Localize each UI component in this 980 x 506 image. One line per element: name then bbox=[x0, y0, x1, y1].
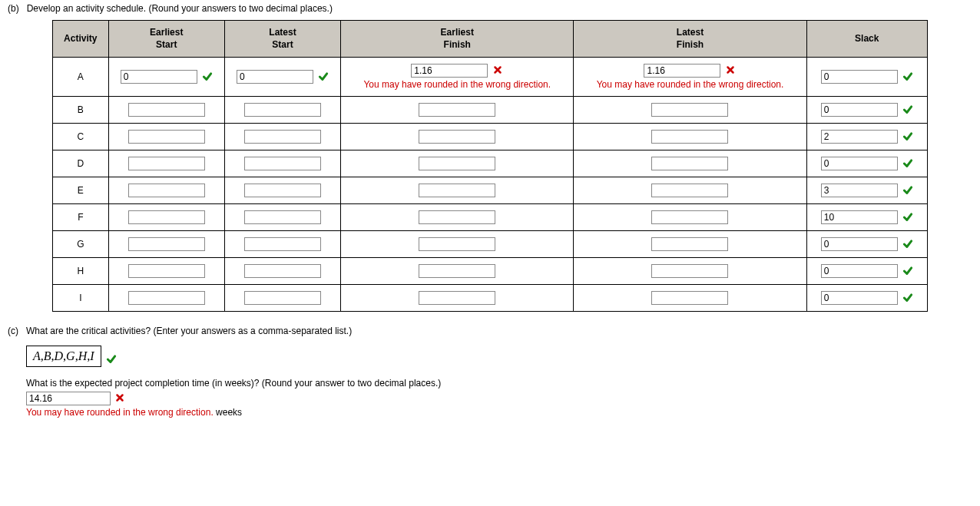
earliest-start-input[interactable] bbox=[128, 130, 205, 144]
latest-start-input[interactable] bbox=[244, 237, 321, 251]
part-c-label: (c) bbox=[8, 326, 18, 336]
slack-input[interactable] bbox=[821, 291, 898, 305]
table-row: G bbox=[53, 231, 928, 258]
check-icon bbox=[902, 104, 913, 115]
earliest-finish-input[interactable] bbox=[419, 103, 495, 117]
earliest-start-input[interactable] bbox=[128, 157, 205, 170]
slack-cell bbox=[806, 124, 927, 150]
latest-start-cell bbox=[224, 124, 340, 150]
earliest-finish-cell bbox=[341, 150, 574, 177]
latest-finish-input[interactable] bbox=[644, 64, 720, 78]
earliest-finish-input[interactable] bbox=[419, 184, 495, 197]
earliest-finish-input[interactable] bbox=[419, 157, 495, 170]
slack-input[interactable] bbox=[821, 264, 898, 278]
slack-input[interactable] bbox=[821, 103, 898, 117]
completion-feedback: You may have rounded in the wrong direct… bbox=[26, 407, 972, 418]
earliest-start-input[interactable] bbox=[128, 184, 205, 197]
earliest-finish-input[interactable] bbox=[419, 237, 495, 251]
latest-finish-input[interactable] bbox=[651, 237, 728, 251]
latest-start-input[interactable] bbox=[244, 157, 321, 170]
latest-start-cell bbox=[224, 258, 340, 285]
latest-finish-input[interactable] bbox=[651, 264, 728, 278]
latest-finish-cell: You may have rounded in the wrong direct… bbox=[574, 58, 806, 97]
earliest-start-input[interactable] bbox=[128, 237, 205, 251]
table-row: I bbox=[53, 285, 928, 312]
part-c-critical-text: What are the critical activities? (Enter… bbox=[26, 326, 352, 336]
check-icon bbox=[902, 293, 913, 303]
part-c-completion-prompt: What is the expected project completion … bbox=[26, 378, 972, 389]
earliest-finish-cell: You may have rounded in the wrong direct… bbox=[341, 58, 574, 97]
earliest-start-input[interactable] bbox=[128, 264, 205, 278]
slack-cell bbox=[806, 285, 927, 312]
slack-input[interactable] bbox=[821, 184, 898, 197]
slack-input[interactable] bbox=[821, 210, 898, 224]
header-activity: Activity bbox=[53, 21, 109, 58]
header-earliest-finish: EarliestFinish bbox=[341, 21, 574, 58]
earliest-start-input[interactable] bbox=[128, 103, 205, 117]
latest-finish-cell bbox=[574, 177, 806, 204]
latest-finish-input[interactable] bbox=[651, 130, 728, 144]
latest-finish-cell bbox=[574, 231, 806, 258]
slack-cell bbox=[806, 150, 927, 177]
latest-start-input[interactable] bbox=[244, 184, 321, 197]
earliest-start-input[interactable] bbox=[128, 291, 205, 305]
header-earliest-start: EarliestStart bbox=[108, 21, 224, 58]
earliest-start-cell bbox=[108, 285, 224, 312]
header-earliest-finish-text: EarliestFinish bbox=[441, 27, 474, 50]
slack-input[interactable] bbox=[821, 70, 898, 84]
earliest-finish-input[interactable] bbox=[419, 130, 495, 144]
earliest-start-input[interactable] bbox=[128, 210, 205, 224]
latest-finish-cell bbox=[574, 258, 806, 285]
earliest-finish-input[interactable] bbox=[411, 64, 488, 78]
check-icon bbox=[902, 185, 913, 196]
latest-finish-cell bbox=[574, 285, 806, 312]
earliest-finish-input[interactable] bbox=[419, 291, 495, 305]
latest-start-input[interactable] bbox=[244, 210, 321, 224]
feedback-text: You may have rounded in the wrong direct… bbox=[363, 79, 551, 90]
table-row: F bbox=[53, 204, 928, 231]
latest-finish-input[interactable] bbox=[651, 184, 728, 197]
earliest-start-cell bbox=[108, 124, 224, 150]
cross-icon bbox=[492, 65, 503, 76]
activity-label: F bbox=[53, 204, 109, 231]
latest-finish-input[interactable] bbox=[651, 210, 728, 224]
latest-start-input[interactable] bbox=[244, 130, 321, 144]
table-row: D bbox=[53, 150, 928, 177]
earliest-start-cell bbox=[108, 258, 224, 285]
earliest-finish-input[interactable] bbox=[419, 210, 495, 224]
latest-start-input[interactable] bbox=[244, 291, 321, 305]
activity-label: D bbox=[53, 150, 109, 177]
latest-start-cell bbox=[224, 177, 340, 204]
earliest-start-cell bbox=[108, 231, 224, 258]
latest-finish-cell bbox=[574, 204, 806, 231]
slack-input[interactable] bbox=[821, 130, 898, 144]
check-icon bbox=[902, 212, 913, 223]
latest-finish-input[interactable] bbox=[651, 291, 728, 305]
slack-input[interactable] bbox=[821, 237, 898, 251]
latest-finish-input[interactable] bbox=[651, 103, 728, 117]
check-icon bbox=[106, 354, 117, 365]
earliest-finish-input[interactable] bbox=[419, 264, 495, 278]
earliest-finish-cell bbox=[341, 97, 574, 124]
latest-start-input[interactable] bbox=[237, 70, 313, 84]
earliest-finish-cell bbox=[341, 285, 574, 312]
earliest-start-cell bbox=[108, 58, 224, 97]
latest-finish-input[interactable] bbox=[651, 157, 728, 170]
activity-label: B bbox=[53, 97, 109, 124]
slack-cell bbox=[806, 258, 927, 285]
part-b-label: (b) bbox=[8, 3, 19, 14]
table-row: H bbox=[53, 258, 928, 285]
earliest-start-input[interactable] bbox=[121, 70, 197, 84]
header-latest-start: LatestStart bbox=[224, 21, 340, 58]
activity-label: I bbox=[53, 285, 109, 312]
table-row: C bbox=[53, 124, 928, 150]
earliest-finish-cell bbox=[341, 258, 574, 285]
header-latest-start-text: LatestStart bbox=[269, 27, 296, 50]
latest-start-input[interactable] bbox=[244, 264, 321, 278]
latest-start-input[interactable] bbox=[244, 103, 321, 117]
latest-start-cell bbox=[224, 58, 340, 97]
slack-cell bbox=[806, 97, 927, 124]
completion-time-input[interactable] bbox=[26, 392, 111, 405]
slack-input[interactable] bbox=[821, 157, 898, 170]
latest-start-cell bbox=[224, 231, 340, 258]
